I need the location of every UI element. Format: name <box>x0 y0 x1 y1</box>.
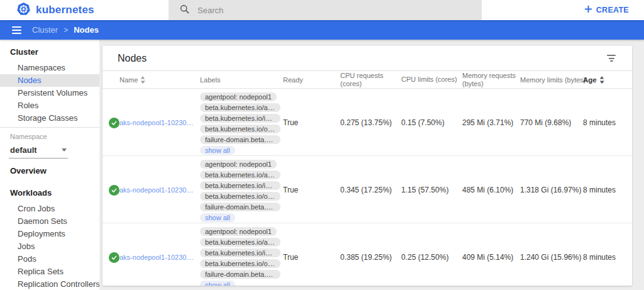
search-icon <box>180 4 189 16</box>
label-chip: agentpool: nodepool1 <box>200 160 277 169</box>
menu-hamburger-icon[interactable] <box>12 26 21 34</box>
age-cell: 8 minutes <box>583 186 626 194</box>
sidebar-item-overview[interactable]: Overview <box>0 159 99 181</box>
sort-icon <box>599 76 604 84</box>
main-content: Nodes Name Labels Ready CPU requests (co… <box>99 40 644 290</box>
column-header-memory-requests: Memory requests (bytes) <box>462 72 520 88</box>
table-row: aks-nodepool1-10230590-vm... agentpool: … <box>103 89 632 156</box>
breadcrumb-bar: Cluster > Nodes <box>0 20 644 40</box>
logo-area[interactable]: kubernetes <box>0 3 169 18</box>
top-app-bar: kubernetes CREATE <box>0 0 644 20</box>
column-header-cpu-limits: CPU limits (cores) <box>401 75 462 84</box>
cpu-limits-cell: 0.15 (7.50%) <box>401 118 462 127</box>
sidebar-item-cron-jobs[interactable]: Cron Jobs <box>0 203 99 215</box>
cpu-requests-cell: 0.385 (19.25%) <box>340 253 401 262</box>
show-all-button[interactable]: show all <box>200 146 235 155</box>
create-button[interactable]: CREATE <box>584 5 644 15</box>
label-chip: beta.kubernetes.io/os: linux <box>200 259 280 268</box>
table-row: aks-nodepool1-10230590-vm... agentpool: … <box>103 156 632 223</box>
label-chip: beta.kubernetes.io/instance-t... <box>200 248 280 257</box>
plus-icon <box>584 5 592 15</box>
filter-icon[interactable] <box>604 52 618 64</box>
memory-requests-cell: 409 Mi (5.14%) <box>462 253 520 262</box>
status-ok-icon <box>109 185 119 196</box>
column-header-age[interactable]: Age <box>583 76 626 84</box>
sort-icon <box>140 76 145 84</box>
nodes-card: Nodes Name Labels Ready CPU requests (co… <box>103 46 632 286</box>
namespace-select[interactable]: default <box>9 143 68 159</box>
sidebar-item-nodes[interactable]: Nodes <box>0 74 99 87</box>
kubernetes-logo-icon <box>17 3 30 18</box>
page-title: Nodes <box>118 53 147 64</box>
show-all-button[interactable]: show all <box>200 213 235 222</box>
memory-limits-cell: 770 Mi (9.68%) <box>520 118 583 127</box>
age-cell: 8 minutes <box>583 253 626 262</box>
cpu-limits-cell: 1.15 (57.50%) <box>401 186 462 194</box>
age-cell: 8 minutes <box>583 118 626 127</box>
sidebar-item-jobs[interactable]: Jobs <box>0 240 99 253</box>
sidebar-item-replication-controllers[interactable]: Replication Controllers <box>0 278 99 290</box>
label-chip: failure-domain.beta.kubernet... <box>200 270 280 279</box>
node-name-link[interactable]: aks-nodepool1-10230590-vm... <box>119 186 200 194</box>
breadcrumb-current-page: Nodes <box>74 25 99 35</box>
column-header-labels: Labels <box>200 76 283 84</box>
label-chip: beta.kubernetes.io/arch: amd... <box>200 170 280 179</box>
ready-cell: True <box>283 253 340 262</box>
ready-cell: True <box>283 118 340 127</box>
brand-title: kubernetes <box>36 4 94 16</box>
table-row: aks-nodepool1-10230590-vm... agentpool: … <box>103 223 632 286</box>
sidebar-header-workloads[interactable]: Workloads <box>0 181 99 203</box>
memory-limits-cell: 1.240 Gi (15.96%) <box>520 253 583 262</box>
node-name-link[interactable]: aks-nodepool1-10230590-vm... <box>119 119 200 126</box>
create-button-label: CREATE <box>596 6 629 14</box>
column-header-ready: Ready <box>283 76 340 84</box>
sidebar-item-storage-classes[interactable]: Storage Classes <box>0 112 99 125</box>
label-chip: agentpool: nodepool1 <box>200 227 277 236</box>
status-ok-icon <box>109 252 119 263</box>
sidebar-item-namespaces[interactable]: Namespaces <box>0 62 99 74</box>
label-chip: beta.kubernetes.io/os: linux <box>200 192 280 201</box>
label-chip: agentpool: nodepool1 <box>200 92 277 101</box>
search-input[interactable] <box>197 6 436 15</box>
label-chip: failure-domain.beta.kubernet... <box>200 203 280 211</box>
label-chip: failure-domain.beta.kubernet... <box>200 135 280 144</box>
label-chip: beta.kubernetes.io/instance-t... <box>200 181 280 190</box>
memory-requests-cell: 295 Mi (3.71%) <box>462 118 520 127</box>
column-header-name[interactable]: Name <box>119 76 200 84</box>
label-chip: beta.kubernetes.io/arch: amd... <box>200 103 280 112</box>
table-header-row: Name Labels Ready CPU requests (cores) C… <box>103 71 632 89</box>
chevron-down-icon <box>62 148 67 152</box>
label-chip: beta.kubernetes.io/arch: amd... <box>200 238 280 247</box>
sidebar-header-cluster[interactable]: Cluster <box>0 40 99 62</box>
label-chip: beta.kubernetes.io/instance-t... <box>200 114 280 123</box>
sidebar-nav: Cluster Namespaces Nodes Persistent Volu… <box>0 40 99 290</box>
sidebar-item-daemon-sets[interactable]: Daemon Sets <box>0 215 99 228</box>
namespace-label: Namespace <box>0 128 99 140</box>
sidebar-item-pods[interactable]: Pods <box>0 253 99 265</box>
label-chip: beta.kubernetes.io/os: linux <box>200 125 280 133</box>
cpu-requests-cell: 0.275 (13.75%) <box>340 118 401 127</box>
column-header-cpu-requests: CPU requests (cores) <box>340 72 401 88</box>
breadcrumb-cluster-link[interactable]: Cluster <box>32 25 58 35</box>
namespace-selected-value: default <box>10 145 37 155</box>
cpu-requests-cell: 0.345 (17.25%) <box>340 186 401 194</box>
memory-requests-cell: 485 Mi (6.10%) <box>462 186 520 194</box>
search-bar[interactable] <box>169 0 482 20</box>
show-all-button[interactable]: show all <box>200 281 235 286</box>
status-ok-icon <box>109 118 119 128</box>
ready-cell: True <box>283 186 340 194</box>
sidebar-item-deployments[interactable]: Deployments <box>0 228 99 240</box>
sidebar-item-replica-sets[interactable]: Replica Sets <box>0 265 99 278</box>
column-header-memory-limits: Memory limits (bytes) <box>520 76 583 84</box>
memory-limits-cell: 1.318 Gi (16.97%) <box>520 186 583 194</box>
breadcrumb: Cluster > Nodes <box>32 25 99 35</box>
sidebar-item-persistent-volumes[interactable]: Persistent Volumes <box>0 87 99 99</box>
sidebar-item-roles[interactable]: Roles <box>0 99 99 112</box>
breadcrumb-separator: > <box>64 26 68 35</box>
cpu-limits-cell: 0.25 (12.50%) <box>401 253 462 262</box>
node-name-link[interactable]: aks-nodepool1-10230590-vm... <box>119 254 200 261</box>
